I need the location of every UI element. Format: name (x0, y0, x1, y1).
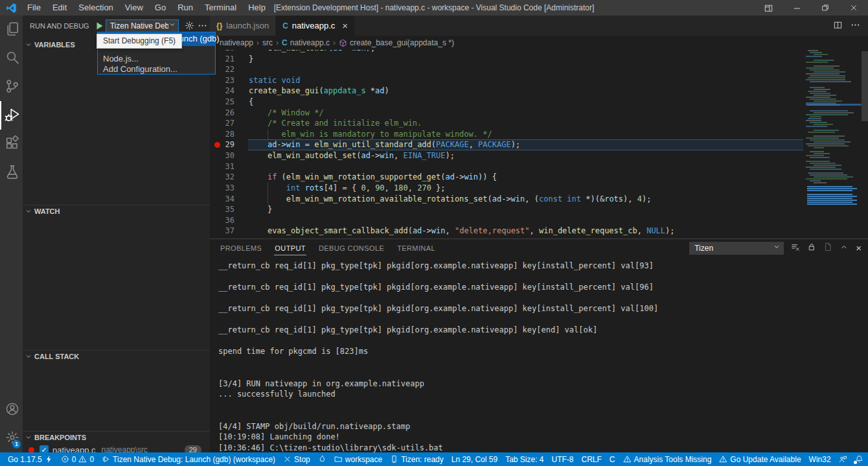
status-problems[interactable]: 00 (57, 452, 98, 466)
status-cursor-position[interactable]: Ln 29, Col 59 (448, 452, 501, 466)
tab-debug-console[interactable]: DEBUG CONSOLE (318, 241, 385, 255)
menu-help[interactable]: Help (242, 0, 271, 16)
status-notifications[interactable] (851, 452, 867, 466)
status-go-update-warning[interactable]: Go Update Available (715, 452, 805, 466)
close-tab-icon[interactable]: × (342, 21, 348, 30)
status-workspace-folder[interactable]: workspace (330, 452, 386, 466)
minimize-icon[interactable] (782, 0, 811, 16)
output-content[interactable]: __return_cb req_id[1] pkg_type[tpk] pkgi… (210, 257, 868, 452)
code-line-35[interactable]: 35 } (210, 204, 803, 215)
tab-output[interactable]: OUTPUT (274, 241, 306, 255)
status-stop-button[interactable]: Stop (279, 452, 314, 466)
breadcrumb-item[interactable]: src (262, 38, 273, 47)
tab-nativeapp-c[interactable]: C nativeapp.c × (276, 16, 354, 36)
activity-search[interactable] (0, 44, 23, 73)
clear-output-icon[interactable] (791, 242, 800, 253)
close-icon[interactable] (839, 0, 868, 16)
section-breakpoints[interactable]: BREAKPOINTS (23, 431, 210, 443)
code-line-21[interactable]: 21} (210, 54, 803, 65)
gutter[interactable]: 29 (210, 139, 249, 150)
gutter[interactable]: 28 (210, 129, 249, 140)
dropdown-option-nodejs[interactable]: Node.js... (98, 54, 215, 64)
status-feedback[interactable] (835, 452, 851, 466)
code-line-30[interactable]: 30 elm_win_autodel_set(ad->win, EINA_TRU… (210, 150, 803, 161)
gutter[interactable]: 26 (210, 108, 249, 119)
activity-extensions[interactable] (0, 130, 23, 158)
code-line-27[interactable]: 27 /* Create and initialize elm_win. (210, 118, 803, 129)
gutter[interactable]: 21 (210, 54, 249, 65)
status-encoding[interactable]: UTF-8 (548, 452, 578, 466)
menu-run[interactable]: Run (172, 0, 199, 16)
breadcrumb-item-symbol[interactable]: create_base_gui(appdata_s *) (339, 38, 454, 47)
menu-selection[interactable]: Selection (73, 0, 119, 16)
gutter[interactable]: 34 (210, 194, 249, 205)
maximize-panel-icon[interactable] (839, 242, 849, 253)
split-editor-icon[interactable] (833, 20, 843, 32)
gutter[interactable]: 36 (210, 215, 249, 226)
minimap[interactable] (806, 50, 862, 212)
code-line-29[interactable]: 29 ad->win = elm_win_util_standard_add(P… (210, 139, 803, 150)
close-panel-icon[interactable]: × (856, 242, 862, 253)
code-line-31[interactable]: 31 (210, 161, 803, 172)
gutter[interactable]: 25 (210, 97, 249, 108)
activity-settings[interactable]: 1 (0, 424, 23, 452)
code-line-33[interactable]: 33 int rots[4] = { 0, 90, 180, 270 }; (210, 183, 803, 194)
status-debug-session[interactable]: Tizen Native Debug: Launch (gdb) (worksp… (98, 452, 279, 466)
more-actions-icon[interactable] (196, 19, 209, 33)
code-line-28[interactable]: 28 elm_win is mandatory to manipulate wi… (210, 129, 803, 140)
status-tizen-status[interactable]: Tizen: ready (386, 452, 448, 466)
activity-run-and-debug[interactable] (0, 101, 23, 130)
menu-terminal[interactable]: Terminal (199, 0, 242, 16)
gutter[interactable]: 37 (210, 226, 249, 237)
open-log-file-icon[interactable] (823, 242, 832, 253)
more-actions-icon[interactable] (851, 20, 860, 32)
status-flame-indicator[interactable] (314, 452, 330, 466)
code-line-23[interactable]: 23static void (210, 75, 803, 86)
code-line-26[interactable]: 26 /* Window */ (210, 108, 803, 119)
gutter[interactable]: 30 (210, 150, 249, 161)
gutter[interactable]: 33 (210, 183, 249, 194)
tab-launch-json[interactable]: {} launch.json (210, 16, 276, 36)
debug-config-dropdown[interactable]: Tizen Native Debu (106, 19, 179, 32)
gutter[interactable]: 24 (210, 86, 249, 97)
code-line-25[interactable]: 25{ (210, 97, 803, 108)
status-platform[interactable]: Win32 (805, 452, 835, 466)
editor-scrollbar[interactable] (862, 50, 868, 239)
dropdown-option-add-configuration[interactable]: Add Configuration... (98, 64, 215, 75)
activity-explorer[interactable] (0, 16, 23, 44)
output-channel-dropdown[interactable]: Tizen (689, 242, 784, 255)
breadcrumb-item[interactable]: C nativeapp.c (282, 38, 330, 47)
section-watch[interactable]: WATCH (23, 205, 210, 217)
tab-problems[interactable]: PROBLEMS (220, 241, 262, 255)
tab-terminal[interactable]: TERMINAL (396, 241, 436, 255)
menu-view[interactable]: View (119, 0, 149, 16)
status-analysis-tools-warning[interactable]: Analysis Tools Missing (619, 452, 716, 466)
breadcrumb-item[interactable]: nativeapp (220, 38, 253, 47)
code-line-32[interactable]: 32 if (elm_win_wm_rotation_supported_get… (210, 172, 803, 183)
gutter[interactable]: 31 (210, 161, 249, 172)
status-tab-size[interactable]: Tab Size: 4 (501, 452, 547, 466)
code-line-22[interactable]: 22 (210, 64, 803, 75)
activity-accounts[interactable] (0, 395, 23, 424)
activity-testing[interactable] (0, 158, 23, 187)
layout-toggle-icon[interactable] (754, 0, 782, 16)
menu-file[interactable]: File (21, 0, 47, 16)
status-eol[interactable]: CRLF (578, 452, 606, 466)
status-go-version[interactable]: Go 1.17.5 (4, 452, 57, 466)
status-language-mode[interactable]: C (606, 452, 619, 466)
restore-icon[interactable] (811, 0, 839, 16)
start-debugging-button[interactable] (94, 20, 104, 32)
section-call-stack[interactable]: CALL STACK (23, 350, 210, 362)
debug-settings-gear-icon[interactable] (183, 19, 196, 33)
lock-scroll-icon[interactable] (807, 242, 816, 253)
code-editor[interactable]: 20 elm_win_lower(ad->win);21}2223static … (210, 50, 868, 239)
gutter[interactable]: 23 (210, 75, 249, 86)
gutter[interactable]: 27 (210, 118, 249, 129)
gutter[interactable]: 35 (210, 204, 249, 215)
menu-go[interactable]: Go (149, 0, 172, 16)
gutter[interactable]: 32 (210, 172, 249, 183)
menu-edit[interactable]: Edit (47, 0, 73, 16)
activity-source-control[interactable] (0, 73, 23, 101)
code-line-37[interactable]: 37 evas_object_smart_callback_add(ad->wi… (210, 226, 803, 237)
code-line-24[interactable]: 24create_base_gui(appdata_s *ad) (210, 86, 803, 97)
